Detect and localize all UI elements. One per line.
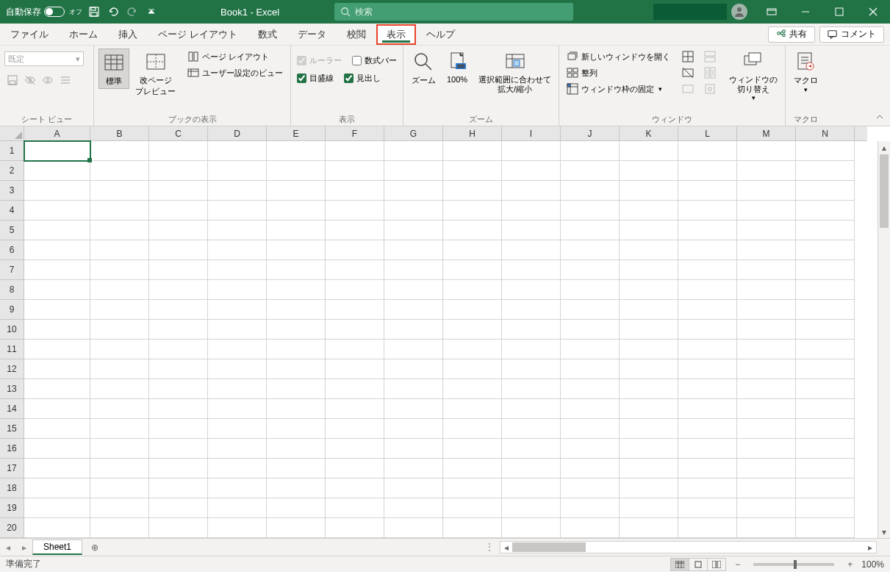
cell[interactable] <box>620 300 678 320</box>
row-header[interactable]: 8 <box>0 280 24 300</box>
resetpos-button[interactable] <box>701 81 719 97</box>
hscroll-thumb[interactable] <box>512 542 586 552</box>
search-box[interactable]: 検索 <box>334 3 573 21</box>
cell[interactable] <box>149 439 208 459</box>
column-header[interactable]: C <box>149 126 208 141</box>
cell[interactable] <box>502 280 561 300</box>
cell[interactable] <box>620 419 678 439</box>
cell[interactable] <box>267 220 326 240</box>
cell[interactable] <box>90 181 149 201</box>
cell[interactable] <box>620 260 678 280</box>
cell[interactable] <box>384 220 443 240</box>
cell[interactable] <box>502 439 561 459</box>
cell[interactable] <box>384 300 443 320</box>
cell[interactable] <box>208 240 267 260</box>
cell[interactable] <box>384 459 443 478</box>
row-header[interactable]: 19 <box>0 498 24 518</box>
cell[interactable] <box>796 300 855 320</box>
cell[interactable] <box>24 260 90 280</box>
tab-splitter[interactable]: ⋮ <box>485 542 495 552</box>
cell[interactable] <box>737 161 796 181</box>
row-header[interactable]: 13 <box>0 379 24 399</box>
cell[interactable] <box>326 379 384 399</box>
cell[interactable] <box>561 419 620 439</box>
cell[interactable] <box>90 141 149 161</box>
tab-insert[interactable]: 挿入 <box>108 24 148 46</box>
cell[interactable] <box>796 459 855 478</box>
cell[interactable] <box>326 498 384 518</box>
cell[interactable] <box>561 181 620 201</box>
row-header[interactable]: 14 <box>0 399 24 419</box>
cell[interactable] <box>502 240 561 260</box>
cell[interactable] <box>326 141 384 161</box>
cell[interactable] <box>796 419 855 439</box>
cell[interactable] <box>267 181 326 201</box>
undo-button[interactable] <box>106 4 121 19</box>
freeze-button[interactable]: ウィンドウ枠の固定 ▾ <box>564 81 673 97</box>
sheetview-new-button[interactable] <box>40 72 56 88</box>
cell[interactable] <box>620 340 678 359</box>
cell[interactable] <box>502 161 561 181</box>
cell[interactable] <box>737 141 796 161</box>
cell[interactable] <box>384 141 443 161</box>
sheetview-keep-button[interactable] <box>4 72 21 88</box>
row-header[interactable]: 1 <box>0 141 24 161</box>
split-button[interactable] <box>679 49 697 65</box>
zoom-selection-button[interactable]: 選択範囲に合わせて 拡大/縮小 <box>475 49 554 96</box>
cell[interactable] <box>620 220 678 240</box>
cell[interactable] <box>149 340 208 359</box>
cell[interactable] <box>90 340 149 359</box>
ribbon-display-button[interactable] <box>755 0 789 24</box>
row-header[interactable]: 11 <box>0 340 24 359</box>
cell[interactable] <box>678 260 737 280</box>
cell[interactable] <box>90 280 149 300</box>
cell[interactable] <box>24 181 90 201</box>
cell[interactable] <box>24 379 90 399</box>
cell[interactable] <box>561 220 620 240</box>
column-header[interactable]: G <box>384 126 443 141</box>
tab-home[interactable]: ホーム <box>59 24 108 46</box>
syncscroll-button[interactable] <box>701 65 719 81</box>
row-header[interactable]: 17 <box>0 459 24 478</box>
cell[interactable] <box>24 498 90 518</box>
cell[interactable] <box>502 399 561 419</box>
cell[interactable] <box>24 459 90 478</box>
cell[interactable] <box>208 260 267 280</box>
share-button[interactable]: 共有 <box>768 26 815 43</box>
cell[interactable] <box>502 220 561 240</box>
cell[interactable] <box>90 320 149 340</box>
cell[interactable] <box>678 459 737 478</box>
cell[interactable] <box>384 478 443 498</box>
cell[interactable] <box>90 260 149 280</box>
cell[interactable] <box>678 439 737 459</box>
zoom-button[interactable]: ズーム <box>408 49 439 87</box>
cell[interactable] <box>737 340 796 359</box>
column-header[interactable]: H <box>443 126 502 141</box>
cell[interactable] <box>90 498 149 518</box>
cell[interactable] <box>737 280 796 300</box>
cell[interactable] <box>561 379 620 399</box>
cell[interactable] <box>796 320 855 340</box>
add-sheet-button[interactable]: ⊕ <box>87 539 103 556</box>
cell[interactable] <box>90 359 149 379</box>
cell[interactable] <box>24 518 90 538</box>
pagebreak-view-button[interactable]: 改ページ プレビュー <box>132 49 179 98</box>
scroll-left-icon[interactable]: ◂ <box>500 542 512 553</box>
cell[interactable] <box>267 320 326 340</box>
cell[interactable] <box>443 320 502 340</box>
statusbar-normal-view[interactable] <box>670 558 689 571</box>
cell[interactable] <box>620 518 678 538</box>
cell[interactable] <box>384 340 443 359</box>
cell[interactable] <box>502 419 561 439</box>
statusbar-pagelayout-view[interactable] <box>689 558 708 571</box>
cell[interactable] <box>502 359 561 379</box>
cell[interactable] <box>326 439 384 459</box>
cell[interactable] <box>620 240 678 260</box>
cell[interactable] <box>561 320 620 340</box>
cell[interactable] <box>384 161 443 181</box>
cell[interactable] <box>561 459 620 478</box>
cell[interactable] <box>737 399 796 419</box>
cell[interactable] <box>384 260 443 280</box>
cell[interactable] <box>678 419 737 439</box>
normal-view-button[interactable]: 標準 <box>98 49 129 89</box>
